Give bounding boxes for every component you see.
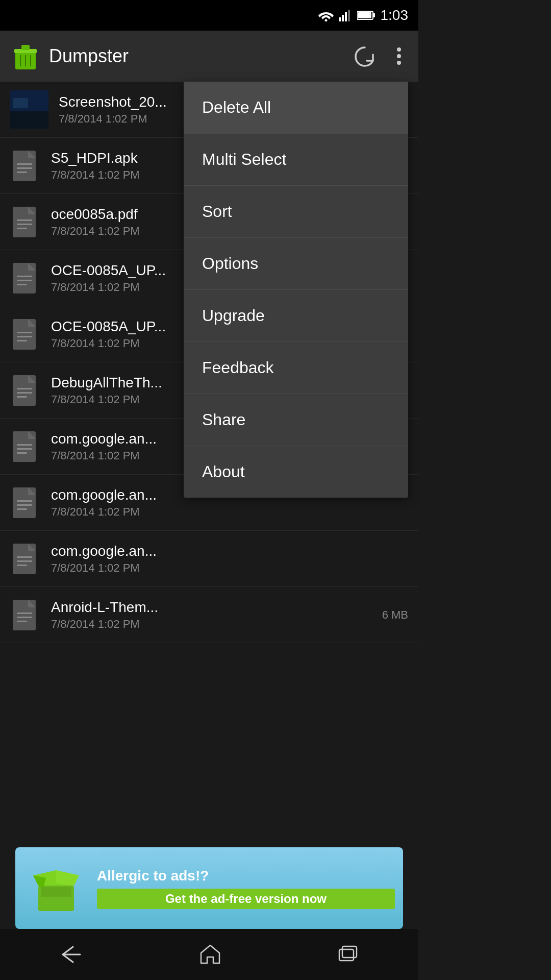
file-icon xyxy=(10,260,41,296)
file-name: Screenshot_20... xyxy=(59,94,202,110)
svg-rect-60 xyxy=(342,946,357,958)
svg-rect-45 xyxy=(17,500,32,502)
svg-rect-55 xyxy=(17,621,27,622)
ad-subline: Get the ad-free version now xyxy=(97,889,395,909)
svg-rect-3 xyxy=(345,12,347,21)
file-icon xyxy=(10,597,41,633)
file-name: com.google.an... xyxy=(51,543,194,559)
ad-text-area: Allergic to ads!? Get the ad-free versio… xyxy=(97,867,403,909)
file-name: S5_HDPI.apk xyxy=(51,150,194,166)
file-item[interactable]: com.google.an... 7/8/2014 1:02 PM xyxy=(0,531,418,587)
svg-rect-29 xyxy=(17,276,32,277)
svg-rect-22 xyxy=(17,167,32,169)
menu-item-upgrade[interactable]: Upgrade xyxy=(184,290,408,342)
menu-item-feedback[interactable]: Feedback xyxy=(184,342,408,394)
svg-rect-26 xyxy=(17,224,32,225)
screenshot-thumbnail xyxy=(10,90,48,129)
more-options-icon[interactable] xyxy=(390,43,408,69)
svg-rect-49 xyxy=(17,556,32,558)
wifi-icon xyxy=(318,9,334,21)
svg-rect-43 xyxy=(17,452,27,454)
status-icons: 1:03 xyxy=(318,7,409,23)
file-item[interactable]: Anroid-L-Them... 7/8/2014 1:02 PM 6 MB xyxy=(0,587,418,643)
file-name: Anroid-L-Them... xyxy=(51,599,194,616)
menu-item-sort[interactable]: Sort xyxy=(184,186,408,238)
svg-rect-33 xyxy=(17,332,32,333)
file-icon xyxy=(10,316,41,352)
file-info: Anroid-L-Them... 7/8/2014 1:02 PM xyxy=(51,599,382,631)
file-date: 7/8/2014 1:02 PM xyxy=(51,561,408,575)
svg-rect-25 xyxy=(17,219,32,221)
home-button[interactable] xyxy=(183,938,237,971)
file-name: com.google.an... xyxy=(51,487,194,503)
file-name: DebugAllTheTh... xyxy=(51,375,194,391)
svg-rect-53 xyxy=(17,612,32,614)
context-menu: Delete All Multi Select Sort Options Upg… xyxy=(184,82,408,498)
ad-headline: Allergic to ads!? xyxy=(97,867,395,885)
svg-point-14 xyxy=(397,47,401,52)
header-actions xyxy=(352,43,408,69)
svg-point-15 xyxy=(397,54,401,58)
file-icon xyxy=(10,148,41,184)
header-left: Dumpster xyxy=(10,41,129,71)
file-icon xyxy=(10,485,41,521)
menu-item-about[interactable]: About xyxy=(184,446,408,498)
app-header: Dumpster xyxy=(0,31,418,82)
svg-rect-7 xyxy=(358,12,371,18)
back-icon xyxy=(58,944,83,965)
svg-rect-59 xyxy=(339,949,354,961)
file-name: oce0085a.pdf xyxy=(51,206,194,223)
navigation-bar xyxy=(0,929,418,980)
svg-rect-47 xyxy=(17,508,27,510)
back-button[interactable] xyxy=(42,939,98,970)
app-title: Dumpster xyxy=(49,45,129,67)
file-date: 7/8/2014 1:02 PM xyxy=(51,505,408,519)
menu-item-options[interactable]: Options xyxy=(184,238,408,290)
svg-rect-35 xyxy=(17,340,27,341)
svg-rect-37 xyxy=(17,388,32,389)
svg-rect-39 xyxy=(17,396,27,398)
svg-rect-2 xyxy=(342,15,344,21)
recents-button[interactable] xyxy=(322,939,376,970)
file-name: OCE-0085A_UP... xyxy=(51,262,194,279)
file-icon xyxy=(10,541,41,577)
svg-rect-23 xyxy=(17,172,27,173)
ad-box-icon xyxy=(28,860,84,916)
screenshot-image xyxy=(10,90,48,129)
svg-rect-10 xyxy=(21,45,30,50)
svg-rect-1 xyxy=(339,17,341,21)
file-info: com.google.an... 7/8/2014 1:02 PM xyxy=(51,543,408,575)
home-icon xyxy=(198,943,222,966)
recents-icon xyxy=(337,944,361,965)
status-time: 1:03 xyxy=(381,7,409,23)
svg-rect-54 xyxy=(17,617,32,618)
battery-icon xyxy=(357,10,375,21)
svg-point-0 xyxy=(324,19,327,22)
menu-item-share[interactable]: Share xyxy=(184,394,408,446)
refresh-icon[interactable] xyxy=(352,43,378,69)
ad-icon-area xyxy=(15,847,97,929)
svg-rect-4 xyxy=(348,10,350,21)
svg-point-16 xyxy=(397,61,401,65)
svg-rect-27 xyxy=(17,228,27,229)
svg-rect-51 xyxy=(17,565,27,566)
svg-rect-50 xyxy=(17,560,32,562)
svg-rect-57 xyxy=(41,887,71,897)
svg-rect-38 xyxy=(17,392,32,394)
svg-rect-41 xyxy=(17,444,32,446)
signal-icon xyxy=(339,9,352,21)
menu-item-multi-select[interactable]: Multi Select xyxy=(184,134,408,186)
file-name: com.google.an... xyxy=(51,431,194,447)
file-icon xyxy=(10,429,41,464)
menu-item-delete-all[interactable]: Delete All xyxy=(184,82,408,134)
svg-rect-19 xyxy=(10,111,48,129)
file-icon xyxy=(10,373,41,408)
svg-rect-31 xyxy=(17,284,27,285)
svg-rect-42 xyxy=(17,448,32,450)
svg-rect-18 xyxy=(13,98,28,108)
file-date: 7/8/2014 1:02 PM xyxy=(51,618,382,631)
svg-rect-46 xyxy=(17,504,32,506)
file-icon xyxy=(10,204,41,240)
svg-rect-6 xyxy=(373,13,375,17)
ad-banner[interactable]: Allergic to ads!? Get the ad-free versio… xyxy=(15,847,403,929)
